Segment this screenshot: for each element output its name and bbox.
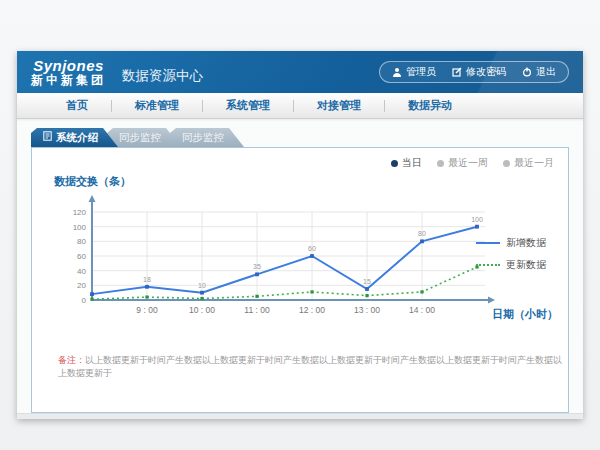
nav-item-3[interactable]: 对接管理 xyxy=(294,98,384,113)
tab-bar: 系统介绍同步监控同步监控 xyxy=(31,128,583,147)
app-header: Synjones 新中新集团 数据资源中心 管理员修改密码退出 xyxy=(17,51,583,93)
user-menu-item-0[interactable]: 管理员 xyxy=(392,65,436,79)
time-filter-option-1[interactable]: 最近一周 xyxy=(437,156,488,170)
line-chart: 0204060801001209 : 0010 : 0011 : 0012 : … xyxy=(46,188,524,342)
radio-label: 最近一周 xyxy=(448,156,488,170)
user-menu-label: 管理员 xyxy=(406,65,436,79)
user-menu-item-2[interactable]: 退出 xyxy=(522,65,556,79)
svg-text:40: 40 xyxy=(77,267,86,276)
svg-text:60: 60 xyxy=(77,252,86,261)
chart-legend: 新增数据更新数据 xyxy=(476,236,546,272)
footnote: 备注：以上数据更新于时间产生数据以上数据更新于时间产生数据以上数据更新于时间产生… xyxy=(58,354,563,379)
user-icon xyxy=(392,67,402,77)
nav-item-0[interactable]: 首页 xyxy=(43,98,111,113)
time-filter-option-0[interactable]: 当日 xyxy=(391,156,422,170)
nav-item-1[interactable]: 标准管理 xyxy=(112,98,202,113)
svg-text:10 : 00: 10 : 00 xyxy=(189,305,215,315)
company-logo: Synjones 新中新集团 xyxy=(31,58,106,86)
page-footer-strip xyxy=(17,413,583,419)
legend-item-0: 新增数据 xyxy=(476,236,546,250)
radio-dot xyxy=(503,160,510,167)
document-icon xyxy=(43,128,52,147)
svg-text:12 : 00: 12 : 00 xyxy=(299,305,325,315)
y-axis-label: 数据交换（条） xyxy=(54,174,131,189)
x-axis-label: 日期（小时） xyxy=(492,307,558,322)
nav-item-4[interactable]: 数据异动 xyxy=(385,98,475,113)
legend-item-1: 更新数据 xyxy=(476,258,546,272)
tab-label: 同步监控 xyxy=(182,128,224,147)
svg-text:80: 80 xyxy=(77,237,86,246)
user-menu-label: 退出 xyxy=(536,65,556,79)
radio-dot xyxy=(391,160,398,167)
svg-text:80: 80 xyxy=(418,230,426,237)
legend-line-sample xyxy=(476,242,500,244)
svg-text:35: 35 xyxy=(253,263,261,270)
svg-text:9 : 00: 9 : 00 xyxy=(136,305,158,315)
svg-text:18: 18 xyxy=(143,276,151,283)
svg-text:100: 100 xyxy=(471,216,483,223)
svg-text:14 : 00: 14 : 00 xyxy=(409,305,435,315)
axis-ticks: 0204060801001209 : 0010 : 0011 : 0012 : … xyxy=(73,208,436,315)
legend-label: 更新数据 xyxy=(506,258,546,272)
user-menu-item-1[interactable]: 修改密码 xyxy=(452,65,506,79)
power-icon xyxy=(522,67,532,77)
logo-text-cn: 新中新集团 xyxy=(31,74,106,87)
svg-text:11 : 00: 11 : 00 xyxy=(244,305,270,315)
content-area: 系统介绍同步监控同步监控 当日最近一周最近一月 数据交换（条） 02040608… xyxy=(17,119,583,413)
tab-label: 同步监控 xyxy=(119,128,161,147)
radio-label: 当日 xyxy=(402,156,422,170)
edit-icon xyxy=(452,67,462,77)
radio-dot xyxy=(437,160,444,167)
svg-text:13 : 00: 13 : 00 xyxy=(354,305,380,315)
page-title: 数据资源中心 xyxy=(122,59,203,85)
svg-text:100: 100 xyxy=(73,223,87,232)
svg-text:20: 20 xyxy=(77,281,86,290)
time-filter-option-2[interactable]: 最近一月 xyxy=(503,156,554,170)
svg-text:60: 60 xyxy=(308,245,316,252)
footnote-prefix: 备注： xyxy=(58,355,85,365)
tab-item-1[interactable]: 同步监控 xyxy=(107,128,181,147)
legend-line-sample xyxy=(476,264,500,266)
time-filter: 当日最近一周最近一月 xyxy=(391,156,554,170)
tab-label: 系统介绍 xyxy=(56,128,98,147)
radio-label: 最近一月 xyxy=(514,156,554,170)
nav-item-2[interactable]: 系统管理 xyxy=(203,98,293,113)
svg-text:0: 0 xyxy=(82,296,87,305)
tab-item-2[interactable]: 同步监控 xyxy=(170,128,244,147)
svg-text:10: 10 xyxy=(198,282,206,289)
svg-text:15: 15 xyxy=(363,278,371,285)
user-menu-label: 修改密码 xyxy=(466,65,506,79)
chart-panel: 当日最近一周最近一月 数据交换（条） 0204060801001209 : 00… xyxy=(31,147,569,413)
footnote-text: 以上数据更新于时间产生数据以上数据更新于时间产生数据以上数据更新于时间产生数据以… xyxy=(58,355,562,378)
logo-text-en: Synjones xyxy=(31,58,106,74)
app-window: Synjones 新中新集团 数据资源中心 管理员修改密码退出 首页标准管理系统… xyxy=(17,51,583,419)
main-nav: 首页标准管理系统管理对接管理数据异动 xyxy=(17,93,583,119)
legend-label: 新增数据 xyxy=(506,236,546,250)
svg-text:120: 120 xyxy=(73,208,87,217)
user-menu: 管理员修改密码退出 xyxy=(379,61,569,83)
tab-item-0[interactable]: 系统介绍 xyxy=(31,128,118,147)
